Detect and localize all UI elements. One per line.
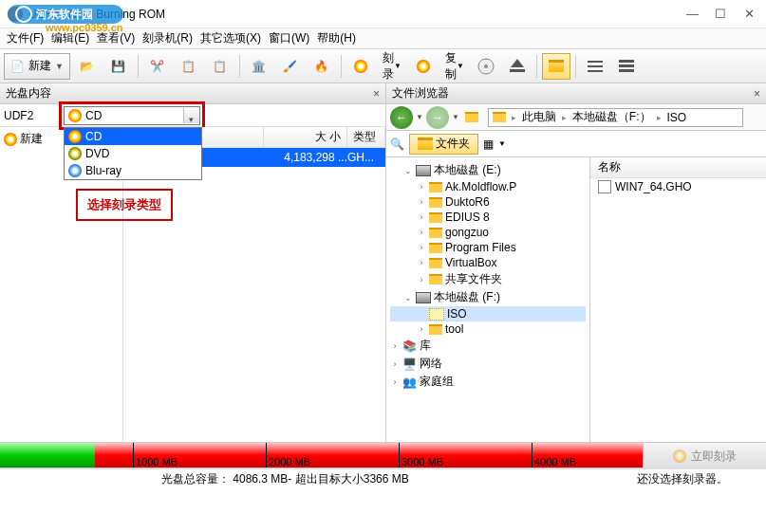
view-mode-1[interactable] xyxy=(581,53,609,80)
disc-copy-icon xyxy=(417,60,430,73)
file-row[interactable]: WIN7_64.GHO xyxy=(590,178,766,195)
breadcrumb-sep-icon: ▸ xyxy=(512,113,516,122)
disc-type-option-dvd[interactable]: DVD xyxy=(65,145,201,162)
clipboard-icon: 📋 xyxy=(213,60,227,73)
folder-icon xyxy=(429,243,442,253)
tool-calculator-button[interactable]: 🏛️ xyxy=(245,53,273,80)
bluray-icon xyxy=(68,164,82,177)
erase-button[interactable] xyxy=(503,53,532,80)
address-bar[interactable]: ▸ 此电脑 ▸ 本地磁盘（F:） ▸ ISO xyxy=(488,108,743,127)
copy-button[interactable]: 📋 xyxy=(175,53,203,80)
back-history-dropdown[interactable]: ▼ xyxy=(416,113,423,121)
column-type[interactable]: 类型 xyxy=(347,127,385,147)
folder-tree[interactable]: ⌄本地磁盘 (E:) ›Ak.Moldflow.P ›DuktoR6 ›EDIU… xyxy=(386,157,590,442)
tree-item-iso[interactable]: ISO xyxy=(390,306,586,321)
browser-nav-bar: ← ▼ → ▼ ▸ 此电脑 ▸ 本地磁盘（F:） ▸ ISO xyxy=(386,104,766,131)
copy-disc-icon-button[interactable] xyxy=(409,53,438,80)
annotation-callout: 选择刻录类型 xyxy=(76,189,173,221)
folder-icon xyxy=(429,324,442,335)
watermark-overlay: 河东软件园 www.pc0359.cn xyxy=(0,0,131,38)
search-icon[interactable]: 🔍 xyxy=(390,138,404,151)
breadcrumb-disk[interactable]: 本地磁盘（F:） xyxy=(569,109,655,125)
menu-recorder[interactable]: 刻录机(R) xyxy=(139,28,196,48)
copy-disc-button[interactable]: 复制 ▼ xyxy=(440,53,469,80)
capacity-used-ok xyxy=(0,443,95,468)
view-icons-button[interactable]: ▦ xyxy=(483,138,494,151)
copy-pages-icon: 📋 xyxy=(181,60,196,73)
folder-up-icon xyxy=(465,112,478,122)
folder-icon xyxy=(493,112,506,122)
disc-icon xyxy=(4,133,17,146)
file-browser-toggle[interactable] xyxy=(542,53,570,80)
disc-type-option-cd[interactable]: CD xyxy=(65,128,201,145)
minimize-button[interactable]: — xyxy=(686,7,698,21)
svg-point-1 xyxy=(484,64,488,68)
nav-up-button[interactable] xyxy=(462,108,481,127)
nav-back-button[interactable]: ← xyxy=(390,106,413,129)
tool-express-button[interactable]: 🔥 xyxy=(308,53,336,80)
left-pane-close[interactable]: × xyxy=(373,87,380,101)
save-button[interactable]: 💾 xyxy=(104,53,133,80)
view-dropdown[interactable]: ▼ xyxy=(498,139,506,148)
paste-button[interactable]: 📋 xyxy=(206,53,234,80)
homegroup-icon: 👥 xyxy=(402,376,417,389)
breadcrumb-thispc[interactable]: 此电脑 xyxy=(518,109,560,125)
breadcrumb-sep-icon: ▸ xyxy=(657,113,662,122)
new-button[interactable]: 📄 新建 ▼ xyxy=(4,53,70,80)
breadcrumb-sep-icon: ▸ xyxy=(562,113,567,122)
folder-open-icon xyxy=(429,308,444,321)
menu-help[interactable]: 帮助(H) xyxy=(313,28,360,48)
forward-history-dropdown[interactable]: ▼ xyxy=(452,113,459,121)
save-icon: 💾 xyxy=(111,60,125,73)
folder-icon xyxy=(429,258,442,268)
collapse-icon[interactable]: ⌄ xyxy=(403,166,413,175)
nav-forward-button[interactable]: → xyxy=(426,106,449,129)
statusbar: 光盘总容量： 4086.3 MB- 超出目标大小3366 MB 还没选择刻录器。 xyxy=(0,468,766,489)
status-capacity-text: 光盘总容量： 4086.3 MB- 超出目标大小3366 MB xyxy=(161,471,409,487)
file-list-view[interactable]: 名称 WIN7_64.GHO xyxy=(590,157,766,442)
folder-icon xyxy=(549,60,564,72)
right-pane-title: 文件浏览器 xyxy=(392,85,449,101)
disc-info-button[interactable] xyxy=(472,53,500,80)
folder-icon xyxy=(429,228,442,238)
menu-extras[interactable]: 其它选项(X) xyxy=(196,28,265,48)
chevron-down-icon: ▾ xyxy=(189,115,194,124)
svg-marker-3 xyxy=(511,59,524,67)
open-button[interactable]: 📂 xyxy=(73,53,102,80)
folders-toggle-button[interactable]: 文件夹 xyxy=(409,134,478,155)
right-pane-close[interactable]: × xyxy=(754,87,760,101)
cut-button[interactable]: ✂️ xyxy=(143,53,172,80)
menu-window[interactable]: 窗口(W) xyxy=(265,28,313,48)
folder-icon xyxy=(429,197,442,208)
disc-content-pane: 光盘内容 × UDF2 CD ▾ CD DVD xyxy=(0,83,386,442)
main-toolbar: 📄 新建 ▼ 📂 💾 ✂️ 📋 📋 🏛️ 🖌️ 🔥 刻录 ▼ 复制 ▼ xyxy=(0,49,766,83)
hdd-icon xyxy=(416,292,431,303)
browser-toolbar: 🔍 文件夹 ▦ ▼ xyxy=(386,131,766,157)
disc-icon xyxy=(354,60,367,73)
burn-disc-icon-button[interactable] xyxy=(346,53,375,80)
disc-type-option-bluray[interactable]: Blu-ray xyxy=(65,162,201,179)
scissors-icon: ✂️ xyxy=(150,60,164,73)
dvd-icon xyxy=(68,147,82,160)
flame-icon: 🔥 xyxy=(314,60,328,73)
disc-type-combobox[interactable]: CD xyxy=(64,106,200,125)
file-browser-pane: 文件浏览器 × ← ▼ → ▼ ▸ 此电脑 ▸ 本地磁盘（F:） ▸ ISO 🔍 xyxy=(386,83,766,442)
burn-button[interactable]: 刻录 ▼ xyxy=(378,53,406,80)
breadcrumb-folder[interactable]: ISO xyxy=(663,111,691,124)
close-button[interactable]: ✕ xyxy=(743,7,755,21)
list-bars-icon xyxy=(616,56,637,77)
capacity-bar: 1000 MB 2000 MB 3000 MB 4000 MB 立即刻录 xyxy=(0,442,766,468)
left-pane-title: 光盘内容 xyxy=(6,85,51,101)
column-size[interactable]: 大 小 xyxy=(264,127,347,147)
disc-type-dropdown: CD DVD Blu-ray xyxy=(64,127,202,180)
network-icon: 🖥️ xyxy=(402,358,417,371)
maximize-button[interactable]: ☐ xyxy=(715,7,726,21)
files-column-name[interactable]: 名称 xyxy=(590,157,766,178)
open-folder-icon: 📂 xyxy=(80,60,94,73)
eject-icon xyxy=(507,56,528,77)
cd-icon xyxy=(68,130,82,143)
burn-now-button[interactable]: 立即刻录 xyxy=(643,443,766,469)
tool-label-button[interactable]: 🖌️ xyxy=(276,53,305,80)
expand-icon[interactable]: › xyxy=(417,182,426,192)
view-mode-2[interactable] xyxy=(612,53,641,80)
